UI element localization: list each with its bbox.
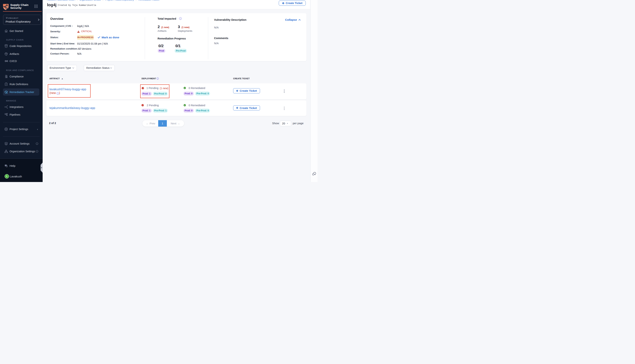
svg-text:?: ? xyxy=(6,165,6,166)
